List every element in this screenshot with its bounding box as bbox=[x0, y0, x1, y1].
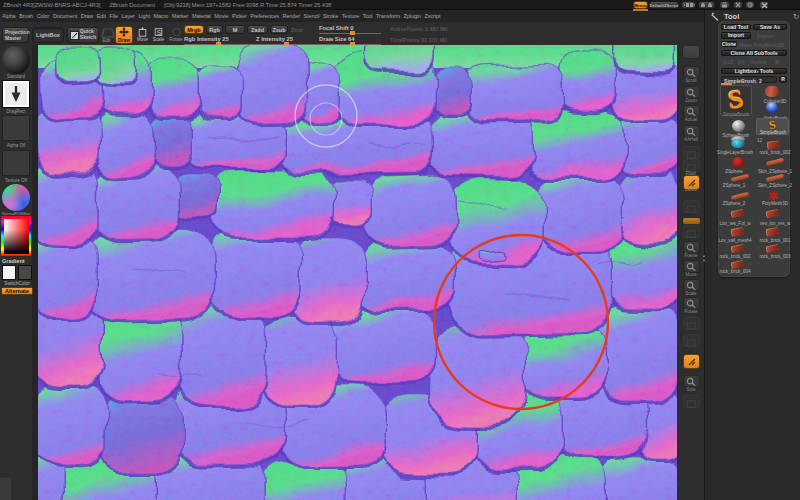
svg-text:S: S bbox=[157, 29, 162, 36]
